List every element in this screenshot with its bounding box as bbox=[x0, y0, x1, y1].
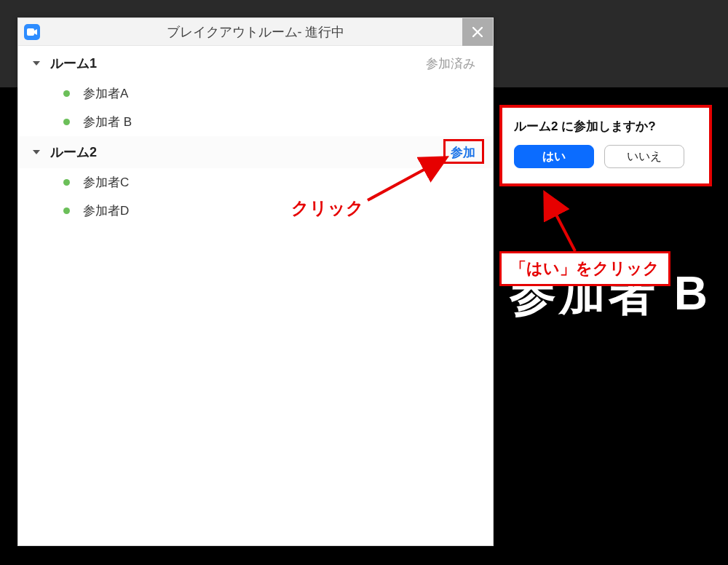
annotation-click-label: クリック bbox=[291, 197, 364, 220]
breakout-rooms-window: ブレイクアウトルーム- 進行中 ルーム1 参加済み 参加者A 参加者 B ルーム… bbox=[17, 17, 494, 546]
participant-name: 参加者A bbox=[83, 85, 128, 102]
titlebar: ブレイクアウトルーム- 進行中 bbox=[18, 18, 493, 46]
svg-line-1 bbox=[546, 195, 575, 251]
confirm-title: ルーム2 に参加しますか? bbox=[514, 118, 697, 135]
annotation-click-yes-label: 「はい」をクリック bbox=[499, 251, 670, 286]
annotation-arrow-to-yes bbox=[531, 189, 597, 255]
room-name: ルーム1 bbox=[50, 55, 97, 72]
confirm-no-button[interactable]: いいえ bbox=[604, 145, 684, 168]
participant-row[interactable]: 参加者 B bbox=[18, 108, 493, 136]
join-link[interactable]: 参加 bbox=[451, 144, 475, 161]
participant-name: 参加者 B bbox=[83, 114, 132, 130]
status-dot-icon bbox=[63, 179, 70, 186]
confirm-yes-button[interactable]: はい bbox=[514, 145, 594, 168]
chevron-down-icon bbox=[33, 61, 40, 66]
confirm-buttons: はい いいえ bbox=[514, 145, 697, 168]
join-confirm-dialog: ルーム2 に参加しますか? はい いいえ bbox=[499, 105, 712, 186]
rooms-list: ルーム1 参加済み 参加者A 参加者 B ルーム2 参加 参加者C 参加者D bbox=[18, 46, 493, 545]
window-title: ブレイクアウトルーム- 進行中 bbox=[18, 23, 493, 41]
chevron-down-icon bbox=[33, 150, 40, 154]
participant-name: 参加者D bbox=[83, 202, 129, 219]
status-dot-icon bbox=[63, 119, 70, 125]
participant-row[interactable]: 参加者C bbox=[18, 168, 493, 197]
room-name: ルーム2 bbox=[50, 143, 97, 161]
close-icon bbox=[472, 27, 483, 37]
room-header-2[interactable]: ルーム2 参加 bbox=[18, 136, 493, 168]
participant-row[interactable]: 参加者A bbox=[18, 79, 493, 108]
participant-name: 参加者C bbox=[83, 174, 129, 191]
participant-row[interactable]: 参加者D bbox=[18, 197, 493, 225]
room-status-joined: 参加済み bbox=[426, 55, 475, 72]
close-button[interactable] bbox=[462, 18, 493, 46]
status-dot-icon bbox=[63, 90, 70, 97]
status-dot-icon bbox=[63, 208, 70, 214]
room-header-1[interactable]: ルーム1 参加済み bbox=[18, 47, 493, 79]
